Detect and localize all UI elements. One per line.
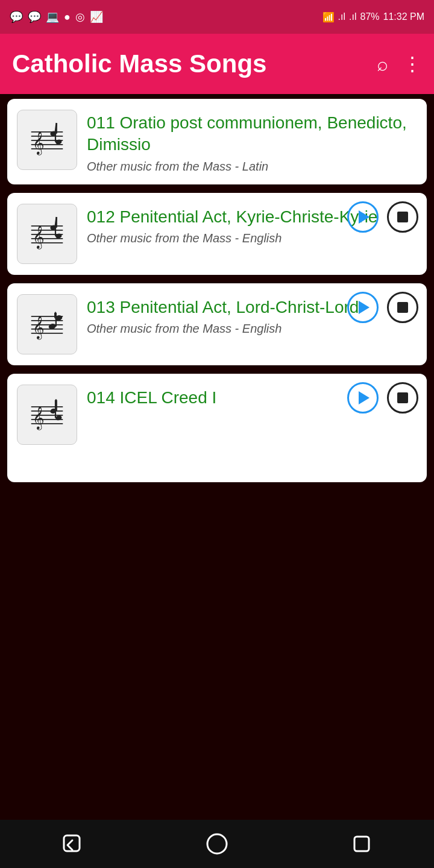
song-thumbnail-013: 𝄞 — [17, 294, 77, 354]
song-info-011: 011 Oratio post communionem, Benedicto, … — [87, 110, 417, 174]
battery-level: 87% — [360, 11, 379, 22]
home-nav-button[interactable] — [199, 826, 235, 862]
play-button-014[interactable] — [347, 382, 379, 414]
svg-text:𝄞: 𝄞 — [33, 406, 45, 430]
play-icon-013 — [359, 301, 370, 314]
song-subtitle-012: Other music from the Mass - English — [87, 231, 417, 245]
song-controls-014 — [347, 382, 418, 414]
song-controls-013 — [347, 292, 418, 323]
song-subtitle-011: Other music from the Mass - Latin — [87, 160, 417, 174]
recent-nav-button[interactable] — [344, 826, 380, 862]
app-bar: Catholic Mass Songs ⌕ ⋮ — [0, 34, 434, 94]
signal-bars-2: .ıl — [349, 11, 356, 22]
signal-bars: .ıl — [338, 11, 345, 22]
stop-icon-014 — [397, 392, 408, 403]
song-thumbnail-012: 𝄞 — [17, 204, 77, 264]
svg-text:𝄞: 𝄞 — [33, 316, 45, 340]
status-icons-left: 💬 💬 💻 ● ◎ 📈 — [10, 10, 103, 24]
whatsapp-icon: 💬 — [10, 10, 23, 24]
song-controls-012 — [347, 201, 418, 233]
more-options-button[interactable]: ⋮ — [403, 52, 422, 75]
play-button-013[interactable] — [347, 292, 379, 323]
stop-button-012[interactable] — [387, 201, 418, 233]
svg-text:𝄞: 𝄞 — [33, 225, 45, 250]
status-right: 📶 .ıl .ıl 87% 11:32 PM — [322, 11, 424, 23]
svg-line-21 — [55, 217, 57, 225]
song-thumbnail-011: 𝄞 — [17, 110, 77, 170]
songs-list: 𝄞 011 Oratio post communionem, Benedicto… — [0, 94, 434, 495]
app-title: Catholic Mass Songs — [12, 49, 266, 78]
song-card-014: 𝄞 014 ICEL Creed I — [7, 374, 427, 482]
song-card-inner-011: 𝄞 011 Oratio post communionem, Benedicto… — [17, 110, 417, 174]
chart-icon: 📈 — [90, 10, 103, 24]
svg-rect-46 — [354, 837, 369, 851]
search-button[interactable]: ⌕ — [377, 53, 388, 75]
back-nav-button[interactable] — [54, 826, 90, 862]
svg-text:𝄞: 𝄞 — [33, 131, 45, 156]
stop-button-014[interactable] — [387, 382, 418, 414]
svg-line-10 — [55, 123, 57, 131]
play-icon-014 — [359, 391, 370, 404]
bottom-nav — [0, 820, 434, 868]
song-card-011: 𝄞 011 Oratio post communionem, Benedicto… — [7, 99, 427, 184]
screen-icon: 💻 — [46, 10, 59, 24]
song-title-011: 011 Oratio post communionem, Benedicto, … — [87, 112, 417, 156]
app-bar-actions: ⌕ ⋮ — [377, 52, 422, 75]
target-icon: ◎ — [75, 10, 85, 24]
song-card-012: 𝄞 012 Penitential Act, Kyrie-Christe-Kyr… — [7, 193, 427, 275]
stop-icon-013 — [397, 302, 408, 313]
stop-icon-012 — [397, 212, 408, 222]
message-icon: 💬 — [28, 10, 41, 24]
song-thumbnail-014: 𝄞 — [17, 385, 77, 445]
play-icon-012 — [359, 210, 370, 224]
time-display: 11:32 PM — [383, 11, 424, 22]
stop-button-013[interactable] — [387, 292, 418, 323]
song-subtitle-013: Other music from the Mass - English — [87, 322, 417, 336]
song-card-013: 𝄞 013 Penitential Act, Lord-Christ-Lord … — [7, 283, 427, 365]
play-button-012[interactable] — [347, 201, 379, 233]
circle-icon: ● — [64, 11, 71, 24]
status-bar: 💬 💬 💻 ● ◎ 📈 📶 .ıl .ıl 87% 11:32 PM — [0, 0, 434, 34]
svg-point-45 — [207, 834, 227, 854]
wifi-icon: 📶 — [322, 11, 335, 23]
